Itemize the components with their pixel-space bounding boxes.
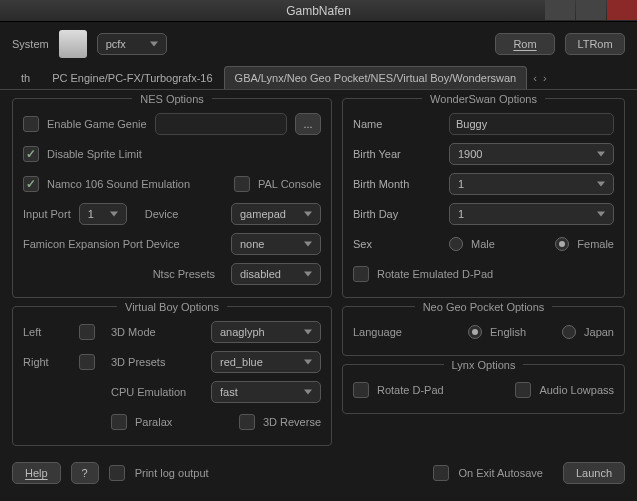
ntsc-select[interactable]: disabled [231, 263, 321, 285]
ws-rotate-label: Rotate Emulated D-Pad [377, 268, 493, 280]
namco-label: Namco 106 Sound Emulation [47, 178, 190, 190]
content-area: NES Options Enable Game Genie ... Disabl… [0, 90, 637, 456]
namco-checkbox[interactable] [23, 176, 39, 192]
vb-cpu-label: CPU Emulation [111, 386, 186, 398]
lynx-rotate-label: Rotate D-Pad [377, 384, 444, 396]
device-label: Device [145, 208, 179, 220]
system-label: System [12, 38, 49, 50]
ws-byear-label: Birth Year [353, 148, 441, 160]
ngp-english-label: English [490, 326, 526, 338]
autosave-label: On Exit Autosave [459, 467, 543, 479]
help-button[interactable]: Help [12, 462, 61, 484]
vb-3dreverse-label: 3D Reverse [263, 416, 321, 428]
ws-sex-label: Sex [353, 238, 441, 250]
window-buttons [544, 0, 637, 20]
input-port-select[interactable]: 1 [79, 203, 127, 225]
ltrom-button[interactable]: LTRom [565, 33, 625, 55]
ws-rotate-checkbox[interactable] [353, 266, 369, 282]
vb-right-checkbox[interactable] [79, 354, 95, 370]
system-select[interactable]: pcfx [97, 33, 167, 55]
ws-bday-label: Birth Day [353, 208, 441, 220]
close-button[interactable] [607, 0, 637, 20]
vb-3dmode-label: 3D Mode [111, 326, 156, 338]
game-genie-input[interactable] [155, 113, 287, 135]
enable-game-genie-label: Enable Game Genie [47, 118, 147, 130]
fep-select[interactable]: none [231, 233, 321, 255]
ws-name-label: Name [353, 118, 441, 130]
ws-bmonth-select[interactable]: 1 [449, 173, 614, 195]
disable-sprite-limit-label: Disable Sprite Limit [47, 148, 142, 160]
question-button[interactable]: ? [71, 462, 99, 484]
tab-next-icon[interactable]: › [543, 72, 547, 84]
pal-checkbox[interactable] [234, 176, 250, 192]
vb-legend: Virtual Boy Options [117, 301, 227, 313]
ws-legend: WonderSwan Options [422, 93, 545, 105]
vb-paralax-label: Paralax [135, 416, 172, 428]
ws-male-radio[interactable] [449, 237, 463, 251]
vb-3dreverse-checkbox[interactable] [239, 414, 255, 430]
pal-label: PAL Console [258, 178, 321, 190]
fep-label: Famicon Expansion Port Device [23, 238, 180, 250]
ws-female-radio[interactable] [555, 237, 569, 251]
autosave-checkbox[interactable] [433, 465, 449, 481]
vb-left-checkbox[interactable] [79, 324, 95, 340]
bottom-bar: Help ? Print log output On Exit Autosave… [0, 456, 637, 490]
game-genie-browse-button[interactable]: ... [295, 113, 321, 135]
vb-3dpresets-label: 3D Presets [111, 356, 165, 368]
titlebar: GambNafen [0, 0, 637, 22]
vb-paralax-checkbox[interactable] [111, 414, 127, 430]
vb-cpu-select[interactable]: fast [211, 381, 321, 403]
ngp-english-radio[interactable] [468, 325, 482, 339]
nes-options: NES Options Enable Game Genie ... Disabl… [12, 98, 332, 298]
lynx-rotate-checkbox[interactable] [353, 382, 369, 398]
vb-options: Virtual Boy Options Left 3D Mode anaglyp… [12, 306, 332, 446]
disable-sprite-limit-checkbox[interactable] [23, 146, 39, 162]
ws-options: WonderSwan Options Name Buggy Birth Year… [342, 98, 625, 298]
ws-male-label: Male [471, 238, 495, 250]
maximize-button[interactable] [576, 0, 606, 20]
system-icon [59, 30, 87, 58]
tab-prev-icon[interactable]: ‹ [533, 72, 537, 84]
nes-legend: NES Options [132, 93, 212, 105]
tab-pcengine[interactable]: PC Engine/PC-FX/Turbografx-16 [41, 66, 223, 89]
vb-3dmode-select[interactable]: anaglyph [211, 321, 321, 343]
window-title: GambNafen [286, 4, 351, 18]
vb-3dpresets-select[interactable]: red_blue [211, 351, 321, 373]
vb-left-label: Left [23, 326, 71, 338]
ngp-japan-radio[interactable] [562, 325, 576, 339]
ngp-japan-label: Japan [584, 326, 614, 338]
top-toolbar: System pcfx Rom LTRom [0, 22, 637, 66]
print-log-label: Print log output [135, 467, 209, 479]
device-select[interactable]: gamepad [231, 203, 321, 225]
input-port-label: Input Port [23, 208, 71, 220]
ntsc-label: Ntsc Presets [153, 268, 215, 280]
print-log-checkbox[interactable] [109, 465, 125, 481]
ws-name-input[interactable]: Buggy [449, 113, 614, 135]
lynx-lowpass-label: Audio Lowpass [539, 384, 614, 396]
minimize-button[interactable] [545, 0, 575, 20]
tab-bar: th PC Engine/PC-FX/Turbografx-16 GBA/Lyn… [0, 66, 637, 90]
lynx-lowpass-checkbox[interactable] [515, 382, 531, 398]
rom-button[interactable]: Rom [495, 33, 555, 55]
lynx-options: Lynx Options Rotate D-Pad Audio Lowpass [342, 364, 625, 414]
ngp-options: Neo Geo Pocket Options Language English … [342, 306, 625, 356]
lynx-legend: Lynx Options [444, 359, 524, 371]
vb-right-label: Right [23, 356, 71, 368]
enable-game-genie-checkbox[interactable] [23, 116, 39, 132]
tab-gba-lynx-ngp-nes-vb-ws[interactable]: GBA/Lynx/Neo Geo Pocket/NES/Virtual Boy/… [224, 66, 528, 89]
tab-partial[interactable]: th [10, 66, 41, 89]
launch-button[interactable]: Launch [563, 462, 625, 484]
ngp-language-label: Language [353, 326, 402, 338]
ngp-legend: Neo Geo Pocket Options [415, 301, 553, 313]
ws-bday-select[interactable]: 1 [449, 203, 614, 225]
ws-byear-select[interactable]: 1900 [449, 143, 614, 165]
ws-female-label: Female [577, 238, 614, 250]
ws-bmonth-label: Birth Month [353, 178, 441, 190]
